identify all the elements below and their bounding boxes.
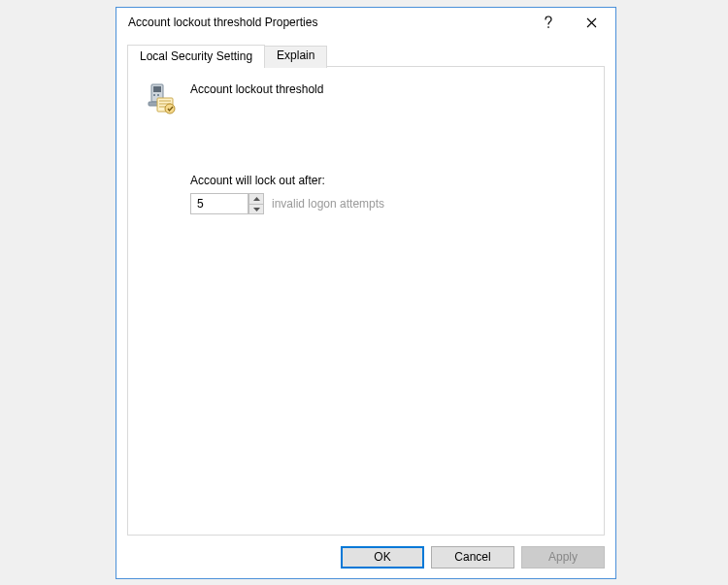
tab-local-security-setting[interactable]: Local Security Setting bbox=[127, 45, 265, 67]
policy-name: Account lockout threshold bbox=[190, 82, 323, 96]
setting-label: Account will lock out after: bbox=[190, 174, 586, 187]
help-icon bbox=[544, 16, 553, 29]
tab-panel: Account lockout threshold Account will l… bbox=[127, 66, 605, 536]
button-bar: OK Cancel Apply bbox=[116, 536, 615, 578]
spinner-buttons bbox=[248, 193, 264, 214]
svg-rect-2 bbox=[153, 94, 155, 96]
tab-headers: Local Security Setting Explain bbox=[127, 44, 605, 66]
policy-icon bbox=[146, 82, 179, 115]
spinner-up-button[interactable] bbox=[248, 193, 264, 204]
threshold-input[interactable] bbox=[190, 193, 248, 214]
ok-button[interactable]: OK bbox=[341, 546, 424, 569]
svg-point-9 bbox=[165, 104, 175, 114]
help-button[interactable] bbox=[526, 9, 570, 36]
cancel-button[interactable]: Cancel bbox=[431, 546, 514, 569]
svg-rect-3 bbox=[157, 94, 159, 96]
titlebar: Account lockout threshold Properties bbox=[116, 8, 615, 37]
policy-header: Account lockout threshold bbox=[146, 82, 586, 115]
dialog-title: Account lockout threshold Properties bbox=[128, 16, 526, 29]
close-icon bbox=[586, 17, 597, 28]
spinner-row: invalid logon attempts bbox=[190, 193, 586, 214]
chevron-up-icon bbox=[253, 197, 260, 201]
properties-dialog: Account lockout threshold Properties Loc… bbox=[116, 7, 616, 579]
tab-explain[interactable]: Explain bbox=[264, 46, 327, 68]
chevron-down-icon bbox=[253, 208, 260, 211]
close-button[interactable] bbox=[570, 9, 613, 36]
threshold-spinner bbox=[190, 193, 264, 214]
spinner-down-button[interactable] bbox=[248, 204, 264, 214]
content-area: Local Security Setting Explain bbox=[116, 37, 615, 536]
svg-rect-1 bbox=[153, 86, 161, 92]
unit-label: invalid logon attempts bbox=[272, 197, 384, 211]
tabs-container: Local Security Setting Explain bbox=[127, 44, 605, 536]
apply-button[interactable]: Apply bbox=[521, 546, 605, 569]
setting-block: Account will lock out after: bbox=[190, 174, 586, 214]
